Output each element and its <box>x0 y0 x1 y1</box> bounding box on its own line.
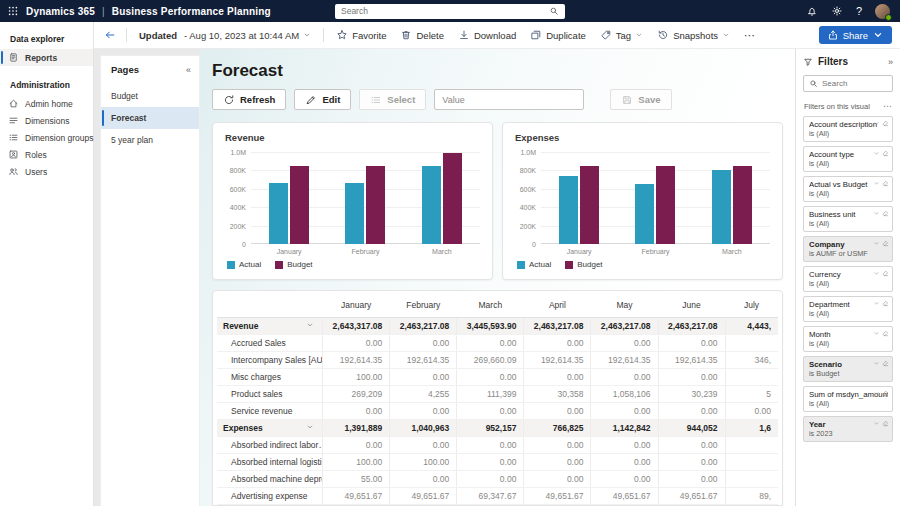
table-cell[interactable]: 30,358 <box>524 385 591 402</box>
table-cell[interactable]: 0.00 <box>658 453 725 470</box>
select-button[interactable]: Select <box>359 89 426 110</box>
page-item-5-year-plan[interactable]: 5 year plan <box>101 129 199 151</box>
value-input[interactable] <box>434 89 584 110</box>
table-row[interactable]: Product sales269,2094,255111,39930,3581,… <box>217 385 778 402</box>
filter-card-currency[interactable]: Currencyis (All) <box>803 266 893 292</box>
sidebar-item-reports[interactable]: Reports <box>0 49 93 66</box>
clear-filter-eraser-icon[interactable] <box>882 270 889 277</box>
actual-bar[interactable] <box>422 166 441 244</box>
actual-bar[interactable] <box>345 183 364 244</box>
table-cell[interactable]: 0.00 <box>658 368 725 385</box>
app-name[interactable]: Business Performance Planning <box>112 6 271 17</box>
actual-bar[interactable] <box>559 176 578 244</box>
table-cell[interactable]: 0.00 <box>658 470 725 487</box>
table-cell[interactable]: 30,239 <box>658 385 725 402</box>
filter-card-account-description[interactable]: Account descriptionis (All) <box>803 116 893 142</box>
share-button[interactable]: Share <box>819 26 892 44</box>
table-cell[interactable]: 0.00 <box>390 402 457 419</box>
table-cell[interactable]: 100.00 <box>323 368 390 385</box>
table-row[interactable]: Intercompany Sales [AUMF]192,614.35192,6… <box>217 351 778 368</box>
sidebar-item-dimension-groups[interactable]: Dimension groups <box>0 129 93 146</box>
table-row[interactable]: Expenses1,391,8891,040,963952,157766,825… <box>217 419 778 436</box>
table-cell[interactable]: 4,443, <box>725 317 778 334</box>
table-cell[interactable] <box>725 436 778 453</box>
table-cell[interactable]: 192,614.35 <box>323 351 390 368</box>
table-row[interactable]: Absorbed machine depre…55.000.000.000.00… <box>217 470 778 487</box>
budget-bar[interactable] <box>443 153 462 244</box>
filters-section-more-icon[interactable]: ⋯ <box>883 101 892 111</box>
table-cell[interactable]: 1,142,842 <box>591 419 658 436</box>
download-button[interactable]: Download <box>452 26 522 44</box>
save-button[interactable]: Save <box>610 89 671 110</box>
table-cell[interactable]: 89, <box>725 487 778 504</box>
actual-bar[interactable] <box>712 170 731 244</box>
table-cell[interactable]: 192,614.35 <box>390 351 457 368</box>
sidebar-item-users[interactable]: Users <box>0 163 93 180</box>
table-cell[interactable]: 766,825 <box>524 419 591 436</box>
table-cell[interactable]: 0.00 <box>591 402 658 419</box>
budget-bar[interactable] <box>580 166 599 244</box>
snapshots-button[interactable]: Snapshots <box>651 26 736 44</box>
table-cell[interactable]: 2,463,217.08 <box>390 317 457 334</box>
column-header-july[interactable]: July <box>725 293 778 317</box>
table-cell[interactable]: 0.00 <box>591 470 658 487</box>
filter-card-department[interactable]: Departmentis (All) <box>803 296 893 322</box>
back-button[interactable] <box>100 26 120 44</box>
table-cell[interactable]: 0.00 <box>323 436 390 453</box>
table-cell[interactable]: 1,391,889 <box>323 419 390 436</box>
chevron-down-icon[interactable] <box>306 423 314 433</box>
pages-collapse-icon[interactable]: « <box>186 65 191 75</box>
filter-card-actual-vs-budget[interactable]: Actual vs Budgetis (All) <box>803 176 893 202</box>
column-header-march[interactable]: March <box>457 293 524 317</box>
table-cell[interactable]: 49,651.67 <box>658 487 725 504</box>
more-actions-ellipsis-icon[interactable]: ⋯ <box>738 29 761 42</box>
chevron-down-icon[interactable] <box>873 240 880 247</box>
table-cell[interactable]: 0.00 <box>658 402 725 419</box>
tag-button[interactable]: Tag <box>594 26 649 44</box>
chevron-down-icon[interactable] <box>873 210 880 217</box>
table-cell[interactable]: 0.00 <box>390 368 457 385</box>
table-row[interactable]: Accrued Sales0.000.000.000.000.000.00 <box>217 334 778 351</box>
table-cell[interactable]: 0.00 <box>524 334 591 351</box>
filter-card-sum-of-msdyn_amount[interactable]: Sum of msdyn_amountis (All) <box>803 386 893 412</box>
chevron-down-icon[interactable] <box>873 150 880 157</box>
table-cell[interactable]: 944,052 <box>658 419 725 436</box>
favorite-button[interactable]: Favorite <box>330 26 392 44</box>
table-cell[interactable]: 2,463,217.08 <box>591 317 658 334</box>
table-cell[interactable]: 69,347.67 <box>457 487 524 504</box>
table-cell[interactable]: 0.00 <box>457 470 524 487</box>
table-cell[interactable]: 1,6 <box>725 419 778 436</box>
updated-dropdown[interactable]: Updated - Aug 10, 2023 at 10:44 AM <box>133 27 317 44</box>
table-cell[interactable]: 0.00 <box>725 402 778 419</box>
budget-bar[interactable] <box>366 166 385 244</box>
table-cell[interactable]: 100.00 <box>323 453 390 470</box>
table-cell[interactable]: 0.00 <box>591 368 658 385</box>
table-row[interactable]: Misc charges100.000.000.000.000.000.00 <box>217 368 778 385</box>
notifications-bell-icon[interactable] <box>806 5 818 17</box>
table-cell[interactable]: 1,058,106 <box>591 385 658 402</box>
budget-bar[interactable] <box>656 166 675 244</box>
clear-filter-eraser-icon[interactable] <box>882 120 889 127</box>
column-header-january[interactable]: January <box>323 293 390 317</box>
column-header-may[interactable]: May <box>591 293 658 317</box>
row-label[interactable]: Expenses <box>217 419 323 436</box>
brand-name[interactable]: Dynamics 365 <box>26 6 95 17</box>
clear-filter-eraser-icon[interactable] <box>882 360 889 367</box>
table-cell[interactable]: 0.00 <box>457 334 524 351</box>
duplicate-button[interactable]: Duplicate <box>524 26 592 44</box>
filter-card-scenario[interactable]: Scenariois Budget <box>803 356 893 382</box>
table-cell[interactable] <box>725 368 778 385</box>
table-cell[interactable]: 346, <box>725 351 778 368</box>
table-cell[interactable]: 0.00 <box>323 334 390 351</box>
global-search[interactable] <box>335 4 565 19</box>
chevron-down-icon[interactable] <box>873 330 880 337</box>
table-cell[interactable]: 0.00 <box>524 470 591 487</box>
table-cell[interactable]: 111,399 <box>457 385 524 402</box>
table-cell[interactable]: 0.00 <box>390 436 457 453</box>
table-cell[interactable]: 0.00 <box>457 368 524 385</box>
sidebar-item-roles[interactable]: Roles <box>0 146 93 163</box>
table-cell[interactable]: 5 <box>725 385 778 402</box>
table-cell[interactable]: 0.00 <box>457 453 524 470</box>
filters-search-input[interactable] <box>822 79 887 88</box>
table-cell[interactable]: 0.00 <box>390 470 457 487</box>
